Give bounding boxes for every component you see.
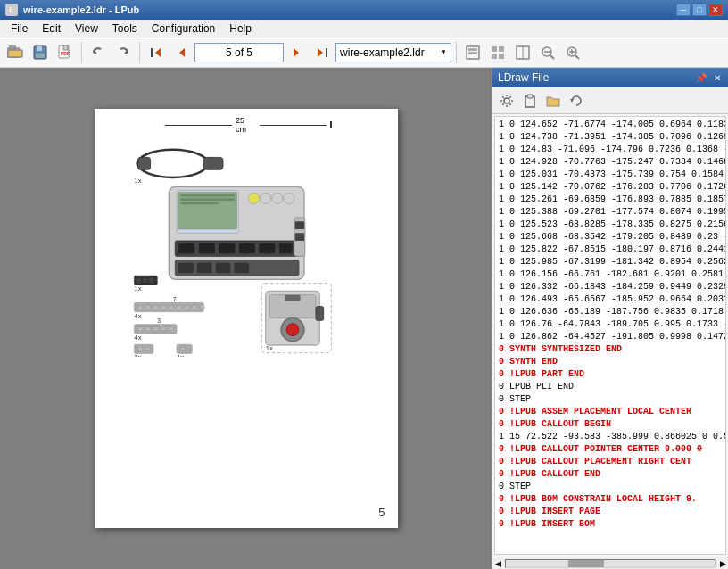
code-line: 1 0 125.031 -70.4373 -175.739 0.754 0.15… [499,169,722,181]
undo-button[interactable] [87,41,110,64]
code-line: 0 SYNTH SYNTHESIZED END [499,343,722,356]
code-line: 0 SYNTH END [499,356,722,368]
svg-point-79 [145,326,150,331]
code-line: 1 0 125.388 -69.2701 -177.574 0.8074 0.1… [499,206,722,219]
view-btn-3[interactable] [511,41,534,64]
code-line: 1 0 125.523 -68.8285 -178.335 0.8275 0.2… [499,219,722,231]
scroll-right-button[interactable]: ▶ [717,559,728,568]
code-line: 0 !LPUB CALLOUT POINTER CENTER 0.000 0 [499,443,722,456]
code-line: 1 15 72.522 -93.583 -385.999 0.866025 0 … [499,431,722,443]
svg-point-86 [137,347,142,351]
svg-point-62 [136,278,140,283]
redo-button[interactable] [112,41,135,64]
svg-rect-41 [180,202,219,205]
view-btn-1[interactable] [461,41,484,64]
svg-text:4x: 4x [134,334,141,342]
svg-rect-102 [527,95,533,98]
svg-rect-48 [198,243,215,254]
menu-configuration[interactable]: Configuration [145,21,222,37]
svg-line-32 [575,55,579,59]
svg-rect-5 [36,54,45,58]
code-line: 1 0 126.156 -66.761 -182.681 0.9201 0.25… [499,268,722,281]
svg-point-80 [153,326,158,331]
svg-point-44 [271,193,282,203]
zoom-out-button[interactable] [536,41,559,64]
svg-marker-103 [570,99,574,103]
code-line: 1 0 124.652 -71.6774 -174.005 0.6964 0.1… [499,119,722,131]
code-line: 1 0 125.985 -67.3199 -181.342 0.8954 0.2… [499,256,722,268]
menu-file[interactable]: File [4,21,35,37]
panel-folder-button[interactable] [542,90,564,111]
svg-rect-96 [285,295,300,301]
svg-line-28 [550,55,554,59]
next-page-button[interactable] [285,41,309,64]
svg-rect-58 [196,262,211,273]
svg-point-72 [184,305,188,309]
code-line: 1 0 126.862 -64.4527 -191.805 0.9998 0.1… [499,331,722,343]
code-line: 1 0 124.738 -71.3951 -174.385 0.7096 0.1… [499,131,722,144]
panel-settings-button[interactable] [496,90,517,111]
scroll-left-button[interactable]: ◀ [492,559,503,568]
code-line: 0 !LPUB CALLOUT END [499,468,722,481]
code-line: 0 !LPUB INSERT PAGE [499,506,722,518]
prev-page-button[interactable] [170,41,193,64]
toolbar-separator-1 [81,42,82,63]
panel-refresh-button[interactable] [566,90,587,111]
menu-edit[interactable]: Edit [35,21,68,37]
svg-rect-40 [180,198,235,201]
svg-rect-55 [294,233,303,241]
svg-rect-60 [234,262,249,273]
svg-rect-4 [37,46,42,51]
save-button[interactable] [29,41,52,64]
code-line: 1 0 124.928 -70.7763 -175.247 0.7384 0.1… [499,156,722,169]
panel-pin-button[interactable]: 📌 [694,73,708,83]
svg-text:PDF: PDF [61,51,70,56]
code-line: 1 0 125.261 -69.6859 -176.893 0.7885 0.1… [499,194,722,206]
svg-point-45 [283,193,294,203]
maximize-button[interactable]: □ [692,4,707,16]
svg-point-71 [177,305,181,309]
svg-text:3: 3 [157,317,161,324]
panel-close-button[interactable]: ✕ [712,73,723,83]
svg-point-73 [192,305,196,309]
svg-rect-23 [499,54,504,59]
code-line: 0 !LPUB INSERT BOM [499,518,722,531]
svg-rect-20 [492,46,497,52]
file-dropdown[interactable]: wire-example2.ldr ▼ [335,43,451,62]
pdf-button[interactable]: PDF [54,41,77,64]
svg-point-78 [137,326,142,331]
svg-text:1x: 1x [177,353,184,357]
code-content[interactable]: 1 0 124.652 -71.6774 -174.005 0.6964 0.1… [494,116,726,555]
menu-tools[interactable]: Tools [105,21,145,37]
svg-point-90 [180,347,185,351]
code-line: 1 0 126.493 -65.6567 -185.952 0.9664 0.2… [499,293,722,306]
code-line: 0 !LPUB PART END [499,368,722,381]
qty-1x-cable: 1x [134,177,141,185]
first-page-button[interactable] [145,41,168,64]
last-page-button[interactable] [310,41,334,64]
page-view[interactable]: 25 cm 1x [0,68,492,569]
menu-help[interactable]: Help [222,21,259,37]
horizontal-scrollbar[interactable]: ◀ ▶ [492,557,728,569]
dropdown-arrow-icon: ▼ [440,48,447,56]
code-line: 1 0 125.668 -68.3542 -179.205 0.8489 0.2… [499,231,722,243]
open-button[interactable] [4,41,27,64]
page-input[interactable]: 5 of 5 [194,43,284,62]
svg-rect-57 [178,262,193,273]
zoom-in-button[interactable] [561,41,584,64]
menu-view[interactable]: View [68,21,105,37]
svg-point-64 [148,278,153,283]
svg-point-95 [286,324,299,336]
svg-rect-7 [63,45,68,50]
close-button[interactable]: ✕ [708,4,723,16]
minimize-button[interactable]: ─ [676,4,691,16]
code-line: 0 !LPUB CALLOUT BEGIN [499,418,722,431]
code-line: 1 0 125.822 -67.8515 -180.197 0.8716 0.2… [499,243,722,256]
svg-point-69 [161,305,165,309]
view-btn-2[interactable] [486,41,509,64]
panel-clipboard-button[interactable] [519,90,541,111]
toolbar-separator-3 [456,42,457,63]
scroll-thumb[interactable] [568,560,604,567]
svg-marker-12 [155,48,161,57]
svg-rect-2 [8,50,22,57]
